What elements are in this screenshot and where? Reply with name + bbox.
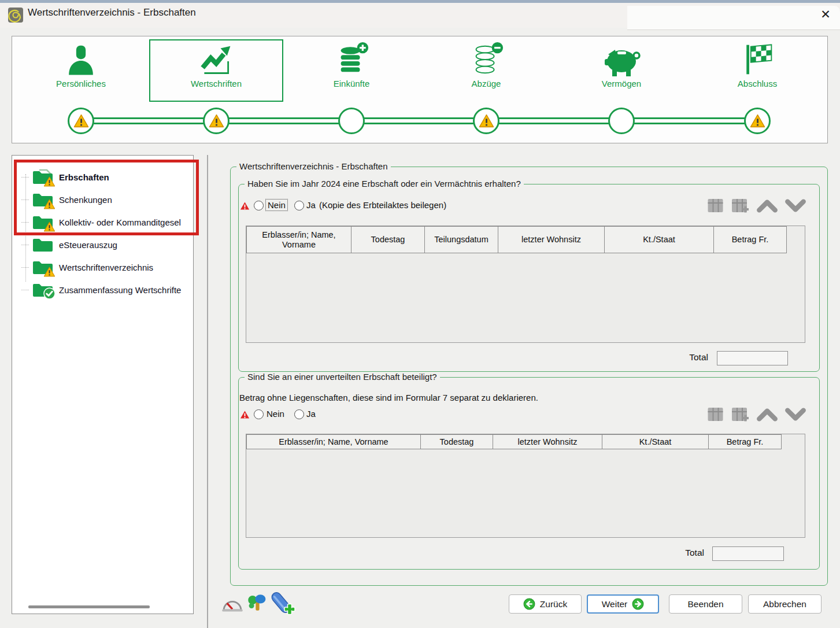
arrow-right-circle-icon xyxy=(632,598,644,610)
section2-subtitle: Betrag ohne Liegenschaften, diese sind i… xyxy=(239,393,538,402)
warning-triangle-icon xyxy=(43,176,55,187)
column-header[interactable]: Betrag Fr. xyxy=(713,226,787,253)
section2-table[interactable]: Erblasser/in; Name, Vorname Todestag let… xyxy=(246,434,805,538)
column-header[interactable]: Erblasser/in; Name, Vorname xyxy=(246,434,421,449)
titlebar-corner-panel xyxy=(627,6,840,30)
section1-total-label: Total xyxy=(647,352,708,363)
wizard-status-einkuenfte xyxy=(338,108,365,134)
sidebar-item-label: Zusammenfassung Wertschrifte xyxy=(59,285,181,295)
column-header[interactable]: Erblasser/in; Name, Vorname xyxy=(246,226,351,253)
column-header[interactable]: Todestag xyxy=(351,226,425,253)
grid-add-icon[interactable] xyxy=(731,197,750,214)
wizard-step-persoenliches[interactable]: Persönliches xyxy=(23,40,139,101)
column-header[interactable]: Teilungsdatum xyxy=(424,226,498,253)
wizard-step-vermoegen[interactable]: Vermögen xyxy=(564,40,679,101)
arrow-left-circle-icon xyxy=(523,598,535,610)
wizard-step-wertschriften[interactable]: Wertschriften xyxy=(158,40,274,101)
section2-question: Sind Sie an einer unverteilten Erbschaft… xyxy=(245,372,440,382)
radio-section2-ja-label[interactable]: Ja xyxy=(306,409,316,419)
section1-table-header: Erblasser/in; Name, Vorname Todestag Tei… xyxy=(246,226,805,253)
sidebar-item-label: eSteuerauszug xyxy=(59,240,117,250)
wizard-step-label: Wertschriften xyxy=(191,79,242,88)
column-header[interactable]: letzter Wohnsitz xyxy=(493,434,602,449)
gauge-icon[interactable] xyxy=(221,596,243,612)
sidebar-item-esteuerauszug[interactable]: eSteuerauszug xyxy=(21,234,193,256)
next-button-label: Weiter xyxy=(602,599,628,609)
radio-section2-ja[interactable] xyxy=(294,409,304,419)
wizard-progress-track xyxy=(81,117,757,124)
wizard-step-label: Abschluss xyxy=(738,79,777,88)
column-header[interactable]: Todestag xyxy=(420,434,493,449)
chevron-down-icon[interactable] xyxy=(785,198,806,213)
wizard-step-abschluss[interactable]: Abschluss xyxy=(700,40,815,101)
warning-triangle-icon xyxy=(43,199,55,209)
paperclip-add-icon[interactable] xyxy=(268,591,296,615)
radio-section1-ja-label[interactable]: Ja xyxy=(306,200,316,210)
radio-section2-nein[interactable] xyxy=(254,409,264,419)
section2-total-label: Total xyxy=(643,548,704,558)
column-header[interactable]: Betrag Fr. xyxy=(708,434,782,449)
section1-table-body[interactable] xyxy=(246,253,805,343)
grid-icon[interactable] xyxy=(706,406,724,423)
folder-icon xyxy=(32,236,54,253)
sidebar-item-kollektiv[interactable]: Kollektiv- oder Kommanditgesel xyxy=(21,211,193,233)
wizard-step-abzuege[interactable]: Abzüge xyxy=(428,40,544,101)
chevron-up-icon[interactable] xyxy=(756,198,778,213)
coins-minus-icon xyxy=(468,40,504,77)
wizard-status-abzuege xyxy=(473,108,499,134)
person-icon xyxy=(64,40,98,77)
section1-total-field xyxy=(717,351,788,365)
sidebar-item-schenkungen[interactable]: Schenkungen xyxy=(21,189,193,210)
chevron-down-icon[interactable] xyxy=(785,407,806,422)
back-button[interactable]: Zurück xyxy=(509,594,582,614)
splitter[interactable] xyxy=(207,155,208,628)
chevron-up-icon[interactable] xyxy=(756,407,778,422)
sidebar-item-label: Wertschriftenverzeichnis xyxy=(59,263,153,272)
column-header[interactable]: Kt./Staat xyxy=(602,434,709,449)
close-icon[interactable]: ✕ xyxy=(817,6,834,23)
radio-section1-nein[interactable] xyxy=(254,201,264,210)
grid-add-icon[interactable] xyxy=(731,406,750,423)
folder-icon xyxy=(32,213,54,231)
warning-triangle-icon xyxy=(750,114,765,128)
column-header[interactable]: letzter Wohnsitz xyxy=(498,226,605,253)
wizard-step-label: Persönliches xyxy=(56,79,106,88)
section1-note: (Kopie des Erbteilaktes beilegen) xyxy=(319,200,446,210)
warning-triangle-icon xyxy=(43,221,55,232)
column-header[interactable]: Kt./Staat xyxy=(604,226,714,253)
sidebar-item-erbschaften[interactable]: Erbschaften xyxy=(21,166,193,188)
warning-triangle-icon xyxy=(209,114,224,128)
next-button[interactable]: Weiter xyxy=(587,594,659,614)
alert-triangle-icon xyxy=(240,201,250,210)
application-window: Wertschriftenverzeichnis - Erbschaften ✕… xyxy=(0,0,840,628)
quit-button[interactable]: Beenden xyxy=(669,594,742,614)
tree-stub xyxy=(21,267,29,268)
section1-table[interactable]: Erblasser/in; Name, Vorname Todestag Tei… xyxy=(246,226,805,343)
sidebar-item-wertschriftenverzeichnis[interactable]: Wertschriftenverzeichnis xyxy=(21,256,193,278)
cancel-button[interactable]: Abbrechen xyxy=(748,594,822,614)
radio-section2-nein-label[interactable]: Nein xyxy=(267,409,284,419)
wizard-status-vermoegen xyxy=(608,108,635,134)
grid-icon[interactable] xyxy=(706,197,724,214)
radio-section1-ja[interactable] xyxy=(294,201,304,210)
checkered-flag-icon xyxy=(740,40,775,77)
sidebar-item-label: Kollektiv- oder Kommanditgesel xyxy=(59,217,181,227)
radio-section1-nein-label[interactable]: Nein xyxy=(265,199,288,211)
tree-stub xyxy=(21,177,29,178)
wizard-step-label: Vermögen xyxy=(602,79,641,88)
warning-triangle-icon xyxy=(73,114,89,128)
folder-icon xyxy=(32,281,54,298)
window-title: Wertschriftenverzeichnis - Erbschaften xyxy=(28,7,196,19)
tree-stub xyxy=(21,200,29,200)
section2-toolbar xyxy=(706,406,806,423)
wizard-status-wertschriften xyxy=(203,108,230,134)
alert-triangle-icon xyxy=(240,410,250,419)
section2-table-body[interactable] xyxy=(246,449,805,538)
sidebar-item-zusammenfassung[interactable]: Zusammenfassung Wertschrifte xyxy=(21,279,193,301)
section2-table-header: Erblasser/in; Name, Vorname Todestag let… xyxy=(246,434,805,449)
open-folder-icon xyxy=(32,168,54,186)
tree-icon[interactable] xyxy=(247,593,268,614)
wizard-step-einkuenfte[interactable]: Einkünfte xyxy=(294,40,409,101)
horizontal-scrollbar-thumb[interactable] xyxy=(28,605,150,608)
warning-triangle-icon xyxy=(479,114,494,128)
